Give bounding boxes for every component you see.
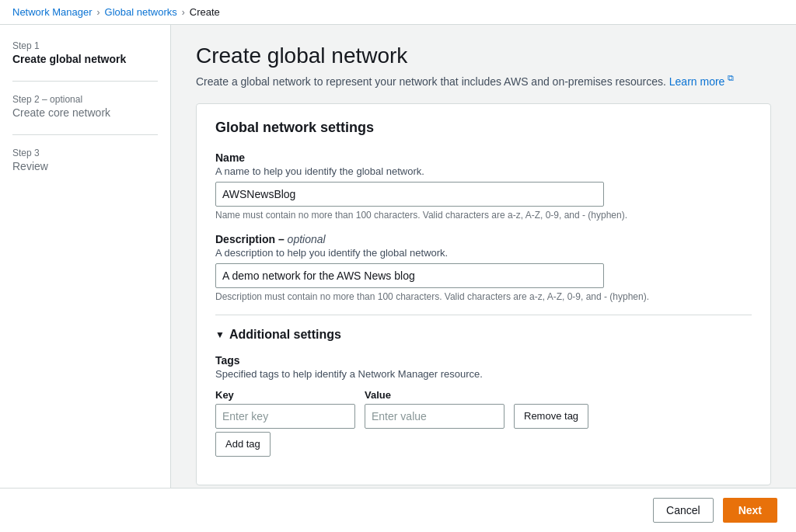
name-field: Name A name to help you identify the glo… <box>215 151 752 221</box>
name-validation: Name must contain no more than 100 chara… <box>215 210 752 221</box>
learn-more-link[interactable]: Learn more ⧉ <box>669 75 734 88</box>
footer-actions: Cancel Next <box>0 488 796 532</box>
sidebar-item-step2: Step 2 – optional Create core network <box>12 94 158 119</box>
name-label: Name <box>215 151 752 164</box>
tag-value-label: Value <box>365 389 504 401</box>
tag-key-input[interactable] <box>215 404 355 429</box>
step1-label: Step 1 <box>12 40 158 51</box>
sidebar: Step 1 Create global network Step 2 – op… <box>0 25 171 488</box>
tag-key-label: Key <box>215 389 355 401</box>
breadcrumb-create: Create <box>190 6 220 18</box>
remove-tag-button[interactable]: Remove tag <box>514 404 588 429</box>
cancel-button[interactable]: Cancel <box>653 498 714 523</box>
sidebar-item-step3: Step 3 Review <box>12 148 158 172</box>
content-area: Create global network Create a global ne… <box>171 25 796 488</box>
settings-divider <box>215 315 752 315</box>
panel-title: Global network settings <box>215 120 752 136</box>
step1-title: Create global network <box>12 53 158 65</box>
step3-label: Step 3 <box>12 148 158 158</box>
page-title: Create global network <box>196 43 771 68</box>
breadcrumb: Network Manager › Global networks › Crea… <box>0 0 796 25</box>
settings-panel: Global network settings Name A name to h… <box>196 103 771 485</box>
description-label: Description – optional <box>215 233 752 245</box>
step2-title: Create core network <box>12 106 158 119</box>
tag-value-col: Value <box>365 389 504 429</box>
description-hint: A description to help you identify the g… <box>215 247 752 259</box>
tag-key-col: Key <box>215 389 355 429</box>
tags-section: Tags Specified tags to help identify a N… <box>215 354 752 457</box>
sidebar-item-step1: Step 1 Create global network <box>12 40 158 65</box>
description-validation: Description must contain no more than 10… <box>215 291 752 302</box>
description-field: Description – optional A description to … <box>215 233 752 302</box>
description-optional-text: optional <box>288 233 326 245</box>
tags-hint: Specified tags to help identify a Networ… <box>215 368 752 380</box>
external-link-icon: ⧉ <box>728 73 734 82</box>
step2-optional-text: optional <box>50 94 82 105</box>
step3-title: Review <box>12 160 158 172</box>
next-button[interactable]: Next <box>723 498 777 523</box>
page-subtitle: Create a global network to represent you… <box>196 73 771 88</box>
name-hint: A name to help you identify the global n… <box>215 165 752 177</box>
add-tag-button[interactable]: Add tag <box>215 432 271 457</box>
tags-label: Tags <box>215 354 752 367</box>
main-layout: Step 1 Create global network Step 2 – op… <box>0 25 796 488</box>
description-input[interactable] <box>215 263 604 288</box>
step2-label: Step 2 – optional <box>12 94 158 105</box>
name-input[interactable] <box>215 182 604 207</box>
tag-value-input[interactable] <box>365 404 504 429</box>
breadcrumb-global-networks[interactable]: Global networks <box>105 6 177 18</box>
step1-divider <box>12 81 158 82</box>
additional-settings-toggle[interactable]: ▼ Additional settings <box>215 328 752 342</box>
breadcrumb-sep-2: › <box>182 7 185 18</box>
tags-row: Key Value Remove tag <box>215 389 752 429</box>
step2-divider <box>12 134 158 135</box>
breadcrumb-sep-1: › <box>97 7 100 18</box>
collapse-triangle-icon: ▼ <box>215 329 225 340</box>
additional-settings-label: Additional settings <box>229 328 341 342</box>
breadcrumb-network-manager[interactable]: Network Manager <box>12 6 93 18</box>
